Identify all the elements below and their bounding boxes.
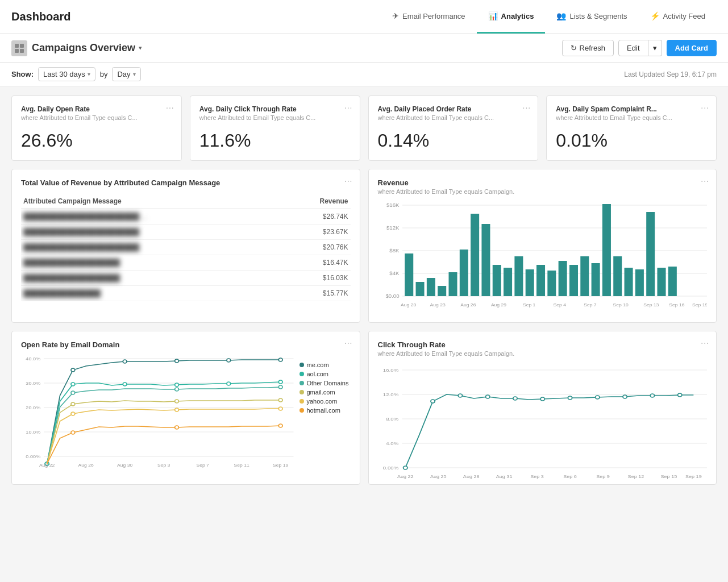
show-label: Show: <box>11 70 34 78</box>
svg-text:Sep 11: Sep 11 <box>234 463 250 467</box>
last-updated: Last Updated Sep 19, 6:17 pm <box>624 70 717 78</box>
legend-label-me: me.com <box>307 361 329 368</box>
revenue-chart-title: Revenue <box>378 178 708 187</box>
charts-section: ··· Open Rate by Email Domain 40.0% 30.0… <box>11 331 717 485</box>
toolbar-left: Campaigns Overview ▾ <box>11 40 556 56</box>
ctr-chart-sub: where Attributed to Email Type equals Ca… <box>378 350 708 357</box>
table-row: ████████████████████$16.03K <box>21 271 351 286</box>
svg-point-105 <box>623 395 627 398</box>
legend-dot-me <box>299 363 304 367</box>
svg-rect-27 <box>591 263 600 296</box>
nav-email-performance[interactable]: ✈ Email Performance <box>381 0 477 34</box>
edit-button[interactable]: Edit <box>618 40 648 56</box>
granularity-caret: ▾ <box>133 71 136 77</box>
revenue-chart-card: ··· Revenue where Attributed to Email Ty… <box>368 169 717 323</box>
metric-order-rate: ··· Avg. Daily Placed Order Rate where A… <box>368 95 539 161</box>
legend-yahoo-com: yahoo.com <box>299 398 351 405</box>
nav-analytics-label: Analytics <box>501 12 534 20</box>
granularity-select[interactable]: Day ▾ <box>112 67 140 81</box>
main-content: ··· Avg. Daily Open Rate where Attribute… <box>0 86 728 502</box>
metric-spam-rate-menu[interactable]: ··· <box>701 103 709 112</box>
period-select[interactable]: Last 30 days ▾ <box>38 67 95 81</box>
svg-text:16.0%: 16.0% <box>382 368 398 373</box>
legend-dot-other <box>299 381 304 385</box>
revenue-section: ··· Total Value of Revenue by Attributed… <box>11 169 717 323</box>
metric-open-rate-sub: where Attributed to Email Type equals C.… <box>21 114 172 121</box>
svg-point-71 <box>71 402 75 406</box>
nav-activity-feed[interactable]: ⚡ Activity Feed <box>639 0 717 34</box>
edit-dropdown-button[interactable]: ▾ <box>648 40 662 56</box>
period-caret: ▾ <box>88 71 90 77</box>
refresh-button[interactable]: ↻ Refresh <box>562 40 614 56</box>
open-rate-chart-menu[interactable]: ··· <box>344 338 353 347</box>
svg-rect-13 <box>438 286 446 296</box>
svg-point-69 <box>175 388 179 391</box>
svg-text:30.0%: 30.0% <box>26 381 40 386</box>
svg-text:Sep 4: Sep 4 <box>553 302 566 307</box>
legend-label-hotmail: hotmail.com <box>307 407 340 414</box>
svg-point-63 <box>71 383 75 386</box>
svg-point-64 <box>123 383 127 386</box>
table-row: ████████████████$15.77K <box>21 286 351 301</box>
svg-point-75 <box>175 408 179 411</box>
ctr-chart-menu[interactable]: ··· <box>701 338 709 347</box>
svg-rect-26 <box>580 256 589 296</box>
svg-text:20.0%: 20.0% <box>26 405 40 410</box>
svg-text:Aug 26: Aug 26 <box>460 302 476 307</box>
metric-spam-rate-value: 0.01% <box>556 130 707 151</box>
svg-point-65 <box>175 383 179 386</box>
nav-lists-segments-label: Lists & Segments <box>569 12 627 20</box>
svg-point-106 <box>650 394 654 397</box>
svg-text:40.0%: 40.0% <box>26 356 40 361</box>
revenue-table-wrapper[interactable]: Attributed Campaign Message Revenue ████… <box>21 194 351 301</box>
legend-dot-aol <box>299 372 304 376</box>
svg-text:Aug 28: Aug 28 <box>463 474 479 479</box>
svg-point-68 <box>71 391 75 394</box>
svg-text:Aug 31: Aug 31 <box>496 474 512 479</box>
revenue-table: Attributed Campaign Message Revenue ████… <box>21 194 351 301</box>
table-row: ████████████████████████$23.67K <box>21 225 351 240</box>
svg-point-100 <box>485 395 489 398</box>
campaign-cell: ████████████████████ <box>21 255 283 271</box>
svg-rect-33 <box>657 268 665 296</box>
revenue-chart-menu[interactable]: ··· <box>701 176 709 185</box>
svg-rect-20 <box>514 256 523 296</box>
svg-rect-29 <box>613 256 622 296</box>
svg-rect-34 <box>668 267 676 296</box>
metric-ctr-menu[interactable]: ··· <box>344 103 353 112</box>
metric-open-rate-menu[interactable]: ··· <box>166 103 174 112</box>
open-rate-line-chart: 40.0% 30.0% 20.0% 10.0% 0.00% <box>21 350 294 464</box>
header: Dashboard ✈ Email Performance 📊 Analytic… <box>0 0 728 34</box>
svg-rect-18 <box>492 265 501 296</box>
svg-rect-23 <box>547 271 556 296</box>
svg-text:Sep 19: Sep 19 <box>273 463 289 467</box>
svg-point-60 <box>227 359 231 362</box>
nav-lists-segments[interactable]: 👥 Lists & Segments <box>545 0 638 34</box>
svg-point-66 <box>227 382 231 385</box>
svg-text:12.0%: 12.0% <box>382 392 398 397</box>
metric-ctr-sub: where Attributed to Email Type equals C.… <box>199 114 351 121</box>
svg-point-79 <box>278 424 282 427</box>
svg-rect-28 <box>602 204 610 296</box>
svg-rect-12 <box>426 278 435 296</box>
campaign-dropdown-button[interactable]: ▾ <box>139 44 142 52</box>
svg-point-102 <box>540 397 544 401</box>
svg-text:Sep 19: Sep 19 <box>685 474 702 479</box>
svg-point-103 <box>568 396 572 400</box>
open-rate-chart-title: Open Rate by Email Domain <box>21 340 351 349</box>
svg-text:$12K: $12K <box>386 225 400 231</box>
svg-rect-32 <box>646 212 655 296</box>
refresh-icon: ↻ <box>571 44 577 52</box>
col-revenue: Revenue <box>283 194 351 209</box>
metric-ctr-value: 11.6% <box>199 130 351 151</box>
campaign-cell: ████████████████████████ <box>21 240 283 255</box>
analytics-icon: 📊 <box>488 11 498 20</box>
add-card-button[interactable]: Add Card <box>667 40 717 56</box>
nav-analytics[interactable]: 📊 Analytics <box>477 0 546 34</box>
metric-order-rate-menu[interactable]: ··· <box>523 103 531 112</box>
revenue-bar-chart: $16K $12K $8K $4K $0.00 <box>378 199 708 313</box>
toolbar-right: ↻ Refresh Edit ▾ Add Card <box>562 40 717 56</box>
revenue-table-menu[interactable]: ··· <box>344 176 353 185</box>
svg-text:Sep 16: Sep 16 <box>669 302 685 307</box>
page-title: Dashboard <box>11 10 381 23</box>
